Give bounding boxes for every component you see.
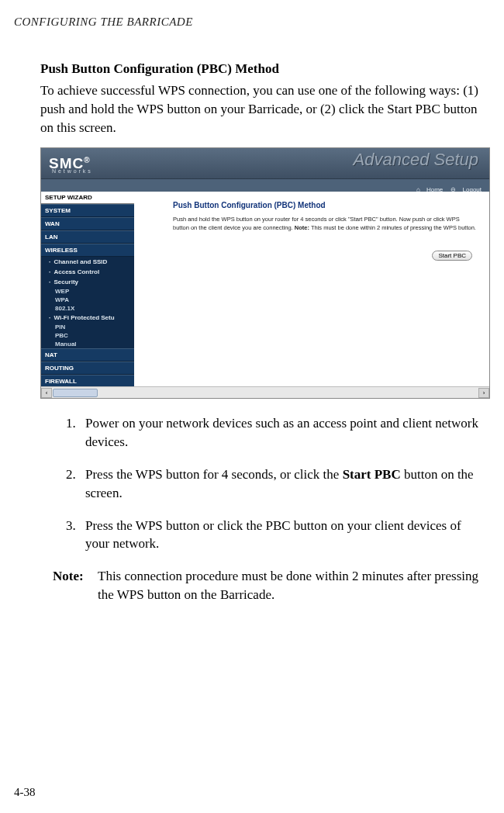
nav-wireless[interactable]: WIRELESS (41, 244, 134, 257)
note-text: This connection procedure must be done w… (98, 567, 488, 604)
step-2a: Press the WPS button for 4 seconds, or c… (85, 467, 343, 482)
screenshot-body: SETUP WIZARD SYSTEM WAN LAN WIRELESS Cha… (41, 192, 489, 386)
panel-text-note-label: Note: (295, 224, 309, 231)
logo-reg-icon: ® (84, 156, 90, 164)
nav-system[interactable]: SYSTEM (41, 204, 134, 217)
steps-list: Power on your network devices such as an… (40, 414, 488, 553)
nav-channel-ssid[interactable]: Channel and SSID (41, 257, 134, 267)
scroll-left-arrow-icon[interactable]: ‹ (41, 388, 52, 398)
nav-access-control[interactable]: Access Control (41, 267, 134, 277)
nav-8021x[interactable]: 802.1X (41, 304, 134, 313)
screenshot-toolbar: ⌂ Home ⊖ Logout (41, 179, 489, 192)
step-3: Press the WPS button or click the PBC bu… (79, 517, 488, 554)
nav-lan[interactable]: LAN (41, 230, 134, 244)
page-number: 4-38 (14, 786, 36, 799)
nav-nat[interactable]: NAT (41, 348, 134, 362)
panel-text-b: This must be done within 2 minutes of pr… (309, 224, 476, 231)
screenshot-header: SMC® N e t w o r k s Advanced Setup (41, 148, 489, 179)
nav-routing[interactable]: ROUTING (41, 362, 134, 375)
step-1: Power on your network devices such as an… (79, 414, 488, 451)
content: Push Button Configuration (PBC) Method T… (14, 61, 490, 604)
nav-security[interactable]: Security (41, 277, 134, 287)
nav-wep[interactable]: WEP (41, 287, 134, 296)
nav-pin[interactable]: PIN (41, 323, 134, 331)
nav-wps[interactable]: Wi-Fi Protected Setu (41, 313, 134, 323)
nav-wan[interactable]: WAN (41, 217, 134, 230)
page-header: CONFIGURING THE BARRICADE (14, 16, 490, 29)
panel-title: Push Button Configuration (PBC) Method (173, 201, 482, 209)
note-label: Note: (53, 567, 98, 604)
step-2: Press the WPS button for 4 seconds, or c… (79, 465, 488, 503)
nav-manual[interactable]: Manual (41, 340, 134, 348)
nav-pbc[interactable]: PBC (41, 331, 134, 340)
section-title: Push Button Configuration (PBC) Method (40, 61, 488, 77)
intro-text: To achieve successful WPS connection, yo… (40, 81, 488, 137)
scroll-right-arrow-icon[interactable]: › (478, 388, 489, 398)
screenshot-main-panel: Push Button Configuration (PBC) Method P… (134, 192, 489, 386)
panel-instructions: Push and hold the WPS button on your rou… (173, 216, 477, 231)
nav-setup-wizard[interactable]: SETUP WIZARD (41, 192, 134, 204)
nav-wpa[interactable]: WPA (41, 296, 134, 304)
banner-title: Advanced Setup (354, 150, 478, 170)
logo-subtext: N e t w o r k s (52, 168, 91, 174)
horizontal-scrollbar[interactable]: ‹ › (41, 386, 489, 398)
step-2b: Start PBC (343, 467, 401, 482)
note: Note: This connection procedure must be … (40, 567, 488, 604)
start-pbc-button[interactable]: Start PBC (432, 251, 472, 261)
sidebar-nav: SETUP WIZARD SYSTEM WAN LAN WIRELESS Cha… (41, 192, 134, 386)
scroll-thumb[interactable] (53, 389, 98, 397)
router-admin-screenshot: SMC® N e t w o r k s Advanced Setup ⌂ Ho… (40, 147, 490, 399)
